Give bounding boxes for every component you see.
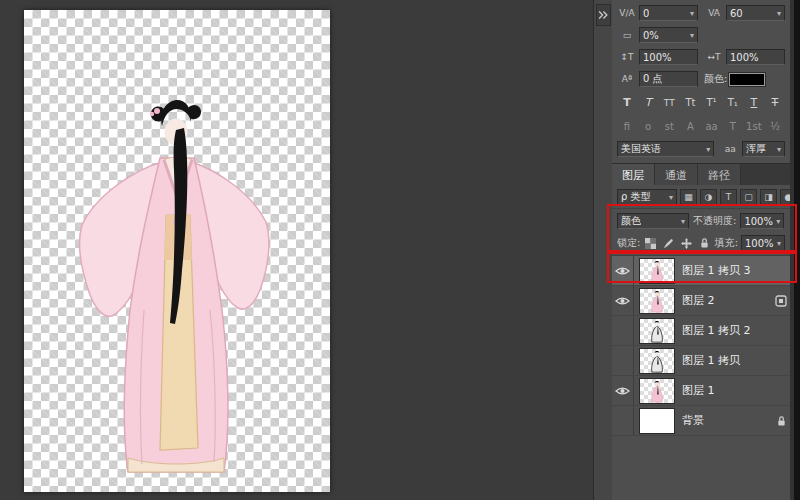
layer-thumbnail[interactable]	[639, 258, 675, 284]
layer-row[interactable]: 图层 1	[612, 376, 790, 406]
document-canvas[interactable]	[24, 10, 330, 492]
layer-name[interactable]: 图层 1 拷贝 3	[682, 263, 772, 278]
opacity-field[interactable]: 100% ▾	[740, 213, 784, 229]
color-label: 颜色:	[704, 72, 727, 86]
layer-row[interactable]: 图层 1 拷贝 3	[612, 256, 790, 286]
filter-shape-layers-icon[interactable]: ▢	[740, 189, 757, 205]
type-style-buttons: T T TT Tt T¹ T₁ T T	[618, 94, 784, 111]
visibility-toggle[interactable]	[612, 286, 634, 315]
fill-value: 100%	[745, 238, 774, 249]
filter-adjustment-layers-icon[interactable]: ◑	[700, 189, 717, 205]
titling-alternates-button[interactable]: T	[724, 118, 742, 135]
subscript-button[interactable]: T₁	[724, 94, 742, 111]
baseline-shift-field[interactable]: Aª 0 点	[617, 71, 698, 87]
all-caps-button[interactable]: TT	[660, 94, 678, 111]
layer-badge	[772, 295, 790, 307]
tab-channels[interactable]: 通道	[655, 164, 698, 185]
horizontal-scale-value: 100%	[730, 52, 759, 63]
layer-thumbnail[interactable]	[639, 288, 675, 314]
lock-all-icon[interactable]	[697, 236, 712, 250]
layer-row[interactable]: 图层 2	[612, 286, 790, 316]
ordinals-button[interactable]: 1st	[745, 118, 763, 135]
layer-name[interactable]: 图层 1 拷贝	[682, 353, 772, 368]
kerning-icon: V∕A	[617, 8, 637, 18]
horizontal-scale-field[interactable]: ↔T 100%	[704, 49, 785, 65]
filter-pixel-layers-icon[interactable]: ▦	[680, 189, 697, 205]
blend-mode-select[interactable]: 颜色 ▾	[617, 213, 689, 229]
visibility-toggle[interactable]	[612, 346, 634, 375]
discretionary-ligatures-button[interactable]: st	[660, 118, 678, 135]
layer-thumbnail[interactable]	[639, 408, 675, 434]
chevron-down-icon: ▾	[777, 239, 781, 248]
tab-spacer	[741, 164, 790, 185]
text-color-swatch[interactable]	[729, 73, 765, 86]
superscript-button[interactable]: T¹	[703, 94, 721, 111]
stylistic-alternates-button[interactable]: aa	[703, 118, 721, 135]
thumbnail-figure-icon	[647, 259, 667, 283]
lock-position-icon[interactable]	[679, 236, 694, 250]
photoshop-window: V∕A 0▾ VA 60▾ ▭ 0%▾ ↕T 100%	[0, 0, 800, 500]
layer-thumbnail[interactable]	[639, 318, 675, 344]
visibility-toggle[interactable]	[612, 316, 634, 345]
underline-button[interactable]: T	[745, 94, 763, 111]
lock-icon	[777, 415, 786, 427]
blend-opacity-row: 颜色 ▾ 不透明度: 100% ▾	[612, 209, 790, 232]
chevron-down-icon: ▾	[776, 217, 780, 226]
layer-style-icon	[775, 295, 787, 307]
visibility-toggle[interactable]	[612, 406, 634, 435]
fill-field[interactable]: 100% ▾	[741, 235, 785, 251]
filter-smart-objects-icon[interactable]: ◨	[760, 189, 777, 205]
tracking-field[interactable]: VA 60▾	[704, 5, 785, 21]
chevron-down-icon: ▾	[706, 145, 710, 154]
eye-icon	[615, 386, 630, 396]
strikethrough-button[interactable]: T	[766, 94, 784, 111]
lock-transparency-icon[interactable]	[643, 236, 658, 250]
kerning-field[interactable]: V∕A 0▾	[617, 5, 698, 21]
layer-row[interactable]: 图层 1 拷贝 2	[612, 316, 790, 346]
proportional-spacing-icon: ▭	[617, 30, 637, 40]
standard-ligatures-button[interactable]: fi	[618, 118, 636, 135]
layer-name[interactable]: 图层 2	[682, 293, 772, 308]
faux-bold-button[interactable]: T	[618, 94, 636, 111]
layer-name[interactable]: 图层 1	[682, 383, 772, 398]
panel-dock-gutter	[593, 0, 612, 500]
fractions-button[interactable]: ½	[766, 118, 784, 135]
right-scroll-strip[interactable]	[790, 0, 800, 500]
collapse-panels-button[interactable]	[596, 4, 611, 26]
layer-thumbnail[interactable]	[639, 378, 675, 404]
layer-name[interactable]: 背景	[682, 413, 772, 428]
chevron-down-icon: ▾	[777, 9, 781, 18]
thumbnail-figure-icon	[647, 319, 667, 343]
filter-kind-icon: ρ	[621, 191, 627, 202]
visibility-toggle[interactable]	[612, 376, 634, 405]
chevron-down-icon: ▾	[681, 217, 685, 226]
layer-name[interactable]: 图层 1 拷贝 2	[682, 323, 772, 338]
lock-fill-row: 锁定: 填充: 100% ▾	[612, 232, 790, 255]
anti-alias-value: 浑厚	[746, 142, 766, 156]
small-caps-button[interactable]: Tt	[681, 94, 699, 111]
layer-badge	[772, 415, 790, 427]
panel-tab-bar: 图层 通道 路径	[612, 163, 790, 185]
proportional-spacing-field[interactable]: ▭ 0%▾	[617, 27, 698, 43]
vertical-scale-icon: ↕T	[617, 52, 637, 62]
contextual-alternates-button[interactable]: o	[639, 118, 657, 135]
layer-row[interactable]: 图层 1 拷贝	[612, 346, 790, 376]
filter-type-layers-icon[interactable]: T	[720, 189, 737, 205]
thumbnail-figure-icon	[647, 379, 667, 403]
tab-paths[interactable]: 路径	[698, 164, 741, 185]
visibility-toggle[interactable]	[612, 256, 634, 285]
chevron-down-icon: ▾	[690, 9, 694, 18]
eye-icon	[615, 266, 630, 276]
anti-alias-select[interactable]: aa 浑厚▾	[720, 141, 785, 157]
vertical-scale-field[interactable]: ↕T 100%	[617, 49, 698, 65]
layer-thumbnail[interactable]	[639, 348, 675, 374]
language-select[interactable]: 美国英语▾	[617, 141, 714, 157]
filter-kind-select[interactable]: ρ 类型 ▾	[617, 189, 677, 205]
canvas-area[interactable]	[0, 0, 593, 500]
layer-row[interactable]: 背景	[612, 406, 790, 436]
swash-button[interactable]: A	[681, 118, 699, 135]
lock-label: 锁定:	[617, 236, 640, 250]
lock-pixels-icon[interactable]	[661, 236, 676, 250]
faux-italic-button[interactable]: T	[639, 94, 657, 111]
tab-layers[interactable]: 图层	[612, 164, 655, 185]
